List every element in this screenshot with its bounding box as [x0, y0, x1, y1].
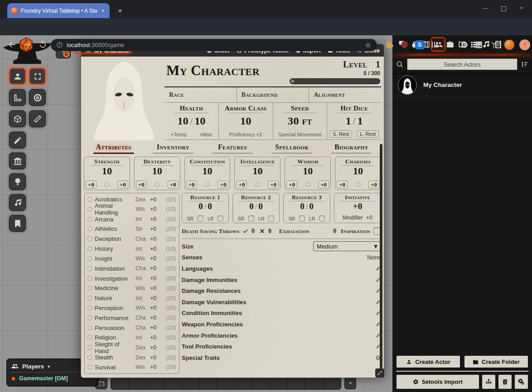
identity-field-background[interactable]: Background — [237, 87, 309, 102]
ability-proficiency-radio[interactable] — [155, 182, 160, 187]
ability-proficiency-radio[interactable] — [104, 182, 109, 187]
create-folder-button[interactable]: Create Folder — [464, 355, 528, 368]
hp-max[interactable]: 10 — [194, 115, 205, 127]
site-info-icon[interactable] — [56, 42, 63, 48]
skill-name[interactable]: Investigation — [95, 275, 133, 282]
reload-icon[interactable] — [38, 40, 48, 49]
ability-save-button[interactable]: +0 — [286, 181, 297, 188]
armor-class-stat[interactable]: Armor Class 10 Proficiency +2 — [218, 103, 273, 139]
skill-name[interactable]: Intimidation — [95, 265, 133, 272]
window-minimize-button[interactable]: — — [479, 5, 491, 11]
skill-name[interactable]: Deception — [95, 235, 133, 242]
skill-row[interactable]: Athletics Str +0 (10) — [87, 224, 176, 234]
tool-select-targets[interactable] — [29, 68, 46, 85]
skill-row[interactable]: Deception Cha +0 (10) — [87, 234, 176, 244]
ability-proficiency-radio[interactable] — [305, 182, 310, 187]
resource-current[interactable]: 0 — [300, 201, 305, 211]
death-fail-count[interactable]: 0 — [265, 228, 276, 235]
tool-measure-distance[interactable] — [29, 110, 46, 127]
macro-slot[interactable] — [288, 378, 305, 389]
hp-tempmax-label[interactable]: +Max — [199, 132, 212, 137]
lens-extension[interactable] — [460, 40, 469, 49]
macro-slot[interactable] — [199, 378, 217, 389]
ability-box-strength[interactable]: Strength 10 +0 +0 — [84, 157, 130, 190]
resource-box[interactable]: Resource 3 0/0 SR LR — [283, 193, 330, 223]
skill-row[interactable]: Medicine Wis +0 (10) — [87, 283, 176, 293]
skill-proficiency-radio[interactable] — [87, 276, 92, 281]
ability-box-dexterity[interactable]: Dexterity 10 +0 +0 — [134, 157, 180, 190]
tab-inventory[interactable]: Inventory — [153, 142, 193, 154]
actor-list-item[interactable]: My Character — [392, 74, 532, 96]
skill-row[interactable]: History Int +0 (10) — [87, 244, 176, 253]
ability-score[interactable]: 10 — [303, 165, 313, 177]
ability-box-constitution[interactable]: Constitution 10 +0 +0 — [184, 157, 231, 190]
skill-row[interactable]: Performance Cha +0 (10) — [87, 313, 176, 323]
ability-proficiency-radio[interactable] — [205, 182, 210, 187]
skill-name[interactable]: Religion — [95, 334, 133, 341]
macro-slot[interactable] — [323, 378, 341, 389]
ac-value[interactable]: 10 — [240, 115, 251, 127]
skill-row[interactable]: Stealth Dex +0 (10) — [87, 353, 176, 362]
grid-extension[interactable] — [430, 40, 439, 49]
tool-target-tool[interactable] — [29, 89, 46, 106]
tool-lighting-controls[interactable] — [9, 173, 26, 190]
tab-biography[interactable]: Biography — [331, 142, 372, 154]
macro-slot[interactable] — [305, 378, 323, 389]
skill-proficiency-radio[interactable] — [87, 296, 92, 301]
ability-score[interactable]: 10 — [102, 165, 112, 177]
bookmark-star-icon[interactable] — [364, 42, 372, 49]
ability-score[interactable]: 10 — [353, 165, 363, 177]
ability-score[interactable]: 10 — [203, 165, 213, 177]
lr-checkbox[interactable] — [268, 215, 274, 221]
special-movement-label[interactable]: Special Movement — [279, 132, 322, 137]
sheet-scrollbar[interactable] — [380, 144, 382, 375]
tool-sound-controls[interactable] — [9, 194, 26, 211]
forward-icon[interactable] — [23, 40, 32, 49]
skill-row[interactable]: Persuasion Cha +0 (10) — [87, 323, 176, 333]
skill-row[interactable]: Intimidation Cha +0 (10) — [87, 264, 176, 273]
skill-proficiency-radio[interactable] — [87, 306, 92, 311]
sr-checkbox[interactable] — [198, 215, 203, 221]
skill-proficiency-radio[interactable] — [87, 256, 92, 261]
skill-name[interactable]: Perception — [95, 305, 133, 311]
resource-label[interactable]: Resource 3 — [284, 194, 330, 201]
resource-label[interactable]: Resource 2 — [233, 194, 279, 201]
resource-box[interactable]: Resource 1 0/0 SR LR — [182, 193, 229, 223]
skill-proficiency-radio[interactable] — [87, 197, 92, 202]
macro-slot[interactable] — [164, 378, 182, 389]
window-maximize-button[interactable] — [501, 6, 506, 11]
search-input[interactable] — [407, 58, 517, 70]
ability-mod-button[interactable]: +0 — [268, 181, 279, 188]
macro-slot[interactable] — [270, 378, 288, 389]
window-resize-handle[interactable] — [375, 368, 384, 378]
skill-proficiency-radio[interactable] — [87, 325, 92, 330]
exhaustion-value[interactable]: 0 — [310, 228, 341, 235]
macro-slot[interactable] — [111, 378, 129, 389]
window-close-button[interactable]: × — [516, 5, 527, 11]
skill-row[interactable]: Insight Wis +0 (10) — [87, 254, 176, 263]
skill-name[interactable]: Insight — [95, 255, 133, 262]
tool-wall-controls[interactable] — [9, 153, 26, 169]
skill-row[interactable]: Perception Wis +0 (10) — [87, 303, 176, 313]
death-success-count[interactable]: 0 — [248, 228, 259, 235]
tool-notes-controls[interactable] — [9, 215, 26, 232]
ability-save-button[interactable]: +0 — [186, 181, 197, 188]
tool-drawing-tools[interactable] — [9, 132, 26, 148]
ability-mod-button[interactable]: +0 — [368, 181, 379, 188]
resource-current[interactable]: 0 — [249, 201, 254, 211]
macro-slot[interactable] — [182, 378, 199, 389]
settings-gears-button[interactable] — [514, 374, 528, 389]
skill-row[interactable]: Arcana Int +0 (10) — [87, 215, 176, 224]
skill-proficiency-radio[interactable] — [87, 355, 92, 360]
skill-name[interactable]: Performance — [95, 315, 133, 321]
ability-mod-button[interactable]: +0 — [168, 181, 179, 188]
skill-proficiency-radio[interactable] — [87, 335, 92, 340]
skill-name[interactable]: Nature — [95, 295, 133, 301]
skill-proficiency-radio[interactable] — [87, 365, 92, 370]
skill-name[interactable]: Acrobatics — [95, 196, 133, 203]
hp-current[interactable]: 10 — [178, 115, 189, 127]
ability-save-button[interactable]: +0 — [337, 181, 348, 188]
character-sheet-window[interactable]: My Character Sheet Prototype Token Impor… — [81, 44, 384, 378]
lr-checkbox[interactable] — [218, 215, 223, 221]
ability-save-button[interactable]: +0 — [236, 181, 247, 188]
